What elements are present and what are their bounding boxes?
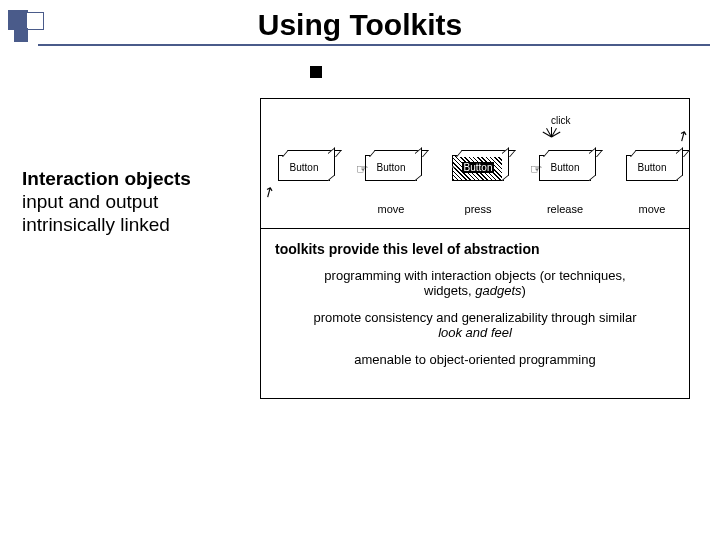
button-state-release: ☞ Button release — [530, 155, 600, 215]
click-label: click — [551, 115, 570, 126]
button-state-move-away: Button ↗ move — [617, 155, 687, 215]
phase-label: release — [530, 203, 600, 215]
abstraction-heading: toolkits provide this level of abstracti… — [275, 241, 675, 257]
arrow-cursor-icon: ↗ — [674, 127, 691, 145]
side-line-1: input and output — [22, 191, 252, 214]
button-state-press: ☞ Button press — [443, 155, 513, 215]
side-text: Interaction objects input and output int… — [22, 168, 252, 236]
abstraction-point-1: programming with interaction objects (or… — [307, 269, 643, 299]
header-rule — [38, 44, 710, 46]
button-state-move: ☞ Button move — [356, 155, 426, 215]
phase-label: move — [356, 203, 426, 215]
abstraction-point-3: amenable to object-oriented programming — [307, 353, 643, 368]
hand-pointer-icon: ☞ — [530, 162, 543, 176]
button-state-initial: Button ↗ — [269, 155, 339, 203]
arrow-cursor-icon: ↗ — [260, 183, 277, 201]
abstraction-point-2: promote consistency and generalizability… — [307, 311, 643, 341]
hand-pointer-icon: ☞ — [356, 162, 369, 176]
side-heading: Interaction objects — [22, 168, 252, 191]
diagram-panel: click Button ↗ ☞ Button move ☞ Button — [260, 98, 690, 399]
phase-label: move — [617, 203, 687, 215]
phase-label: press — [443, 203, 513, 215]
bullet-square — [310, 66, 322, 78]
slide-title: Using Toolkits — [0, 8, 720, 42]
hand-pointer-icon: ☞ — [443, 162, 456, 176]
button-states-row: click Button ↗ ☞ Button move ☞ Button — [261, 99, 689, 229]
side-line-2: intrinsically linked — [22, 214, 252, 237]
abstraction-text: toolkits provide this level of abstracti… — [261, 229, 689, 398]
